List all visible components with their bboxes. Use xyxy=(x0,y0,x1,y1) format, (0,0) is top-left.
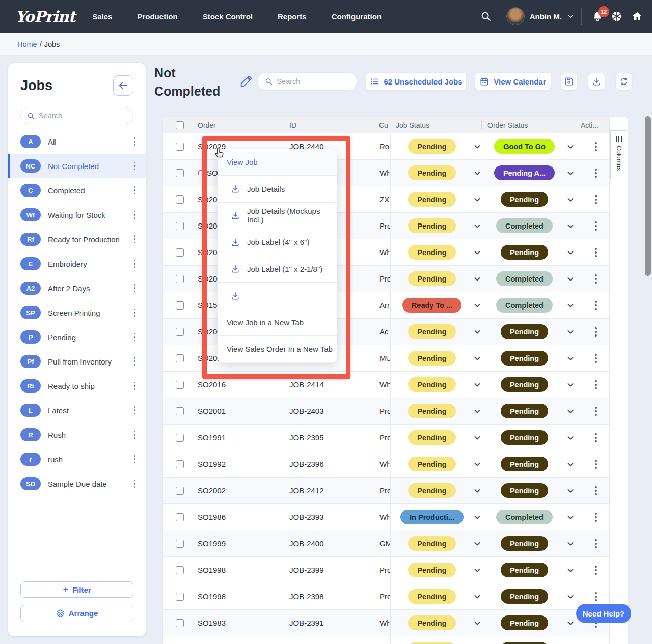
kebab-menu-icon[interactable] xyxy=(134,309,136,317)
chevron-down-icon[interactable] xyxy=(566,248,575,257)
arrange-button[interactable]: Arrange xyxy=(20,605,133,621)
column-header-customer[interactable]: Cu xyxy=(375,117,391,133)
chevron-down-icon[interactable] xyxy=(473,566,481,574)
job-status-pill[interactable]: Pending xyxy=(408,245,455,260)
sidebar-item-all[interactable]: A All xyxy=(8,129,146,154)
row-checkbox[interactable] xyxy=(176,434,184,442)
aperture-icon[interactable] xyxy=(611,11,622,22)
context-menu-item[interactable]: Job Label (4" x 6") xyxy=(218,229,337,256)
chevron-down-icon[interactable] xyxy=(566,593,575,601)
kebab-menu-icon[interactable] xyxy=(134,382,136,390)
sidebar-item-waiting-for-stock[interactable]: Wf Waiting for Stock xyxy=(8,203,146,227)
kebab-menu-icon[interactable] xyxy=(134,235,136,244)
chevron-down-icon[interactable] xyxy=(473,434,481,442)
order-status-pill[interactable]: Pending xyxy=(501,377,548,392)
job-status-pill[interactable]: Pending xyxy=(408,377,455,392)
row-checkbox[interactable] xyxy=(176,460,184,468)
row-checkbox[interactable] xyxy=(176,381,184,389)
table-row[interactable]: SO1992 JOB-2396 Wh Pending Pending xyxy=(163,451,609,478)
chevron-down-icon[interactable] xyxy=(566,487,575,495)
column-header-order-status[interactable]: Order Status xyxy=(481,117,575,133)
brand-logo[interactable]: YoPrint xyxy=(15,8,75,25)
order-status-pill[interactable]: Pending xyxy=(501,642,548,644)
sidebar-item-pending[interactable]: P Pending xyxy=(8,325,146,349)
order-status-pill[interactable]: Pending xyxy=(501,536,548,551)
row-checkbox[interactable] xyxy=(176,487,184,495)
row-checkbox[interactable] xyxy=(176,354,184,362)
chevron-down-icon[interactable] xyxy=(566,513,575,521)
sidebar-item-ready-for-production[interactable]: Rf Ready for Production xyxy=(8,227,146,251)
chevron-down-icon[interactable] xyxy=(566,381,575,389)
row-checkbox[interactable] xyxy=(176,195,184,204)
filter-button[interactable]: +Filter xyxy=(20,581,133,598)
order-status-pill[interactable]: Completed xyxy=(496,510,553,524)
chevron-down-icon[interactable] xyxy=(566,275,575,283)
home-icon[interactable] xyxy=(632,11,643,22)
row-checkbox[interactable] xyxy=(176,275,184,283)
row-checkbox[interactable] xyxy=(176,301,184,310)
sidebar-item-screen-printing[interactable]: SP Screen Printing xyxy=(8,300,146,325)
chevron-down-icon[interactable] xyxy=(566,143,575,151)
row-actions-icon[interactable] xyxy=(595,301,597,310)
chevron-down-icon[interactable] xyxy=(473,222,481,230)
export-button[interactable] xyxy=(588,73,605,90)
row-checkbox[interactable] xyxy=(176,540,184,548)
sidebar-item-not-completed[interactable]: NC Not Completed xyxy=(8,154,146,178)
row-actions-icon[interactable] xyxy=(595,248,597,257)
job-status-pill[interactable]: Pending xyxy=(408,351,455,366)
order-status-pill[interactable]: Completed xyxy=(496,298,553,313)
row-actions-icon[interactable] xyxy=(595,380,597,389)
table-row[interactable]: SO2001 JOB-2403 Pro Pending Pending xyxy=(163,398,609,425)
columns-tab[interactable]: Columns xyxy=(610,130,627,179)
chevron-down-icon[interactable] xyxy=(473,169,481,177)
kebab-menu-icon[interactable] xyxy=(134,406,136,415)
row-actions-icon[interactable] xyxy=(595,460,597,469)
order-status-pill[interactable]: Pending xyxy=(501,615,548,630)
job-status-pill[interactable]: Pending xyxy=(408,192,455,207)
notifications-button[interactable]: 12 xyxy=(592,11,603,22)
user-menu[interactable]: Anbin M. xyxy=(506,7,574,25)
chevron-down-icon[interactable] xyxy=(566,169,575,177)
save-view-button[interactable] xyxy=(560,73,578,90)
unscheduled-jobs-button[interactable]: 62 Unscheduled Jobs xyxy=(366,72,467,91)
chevron-down-icon[interactable] xyxy=(473,407,481,415)
kebab-menu-icon[interactable] xyxy=(134,162,136,171)
row-actions-icon[interactable] xyxy=(595,592,597,601)
chevron-down-icon[interactable] xyxy=(473,143,481,151)
chevron-down-icon[interactable] xyxy=(566,566,575,574)
row-actions-icon[interactable] xyxy=(595,169,597,178)
job-status-pill[interactable]: Pending xyxy=(408,536,455,551)
table-search-input[interactable] xyxy=(277,77,349,86)
column-header-id[interactable]: ID xyxy=(284,117,375,133)
kebab-menu-icon[interactable] xyxy=(134,480,136,488)
row-checkbox[interactable] xyxy=(176,513,184,521)
row-actions-icon[interactable] xyxy=(595,566,597,575)
kebab-menu-icon[interactable] xyxy=(134,284,136,293)
sidebar-search-input[interactable] xyxy=(39,111,127,120)
job-status-pill[interactable]: Pending xyxy=(408,642,455,644)
sidebar-item-embroidery[interactable]: E Embroidery xyxy=(8,251,146,276)
sidebar-search[interactable] xyxy=(20,107,133,124)
kebab-menu-icon[interactable] xyxy=(134,357,136,366)
order-status-pill[interactable]: Pending xyxy=(501,563,548,577)
order-status-pill[interactable]: Pending A... xyxy=(494,165,555,180)
order-status-pill[interactable]: Pending xyxy=(501,483,548,498)
order-status-pill[interactable]: Pending xyxy=(501,430,548,445)
job-status-pill[interactable]: In Producti... xyxy=(400,510,464,524)
row-actions-icon[interactable] xyxy=(595,274,597,284)
chevron-down-icon[interactable] xyxy=(566,407,575,415)
job-status-pill[interactable]: Pending xyxy=(408,589,455,604)
chevron-down-icon[interactable] xyxy=(473,593,481,601)
row-actions-icon[interactable] xyxy=(595,407,597,416)
row-checkbox[interactable] xyxy=(176,143,184,151)
order-status-pill[interactable]: Good To Go xyxy=(494,139,555,154)
table-row[interactable]: SO2016 JOB-2414 Wh Pending Pending xyxy=(163,372,609,398)
chevron-down-icon[interactable] xyxy=(566,540,575,548)
order-status-pill[interactable]: Pending xyxy=(501,404,548,418)
job-status-pill[interactable]: Pending xyxy=(408,165,455,180)
table-row[interactable]: SO1993 JOB-2397 Arr Pending Pending xyxy=(163,636,609,644)
chevron-down-icon[interactable] xyxy=(473,275,481,283)
row-actions-icon[interactable] xyxy=(595,221,597,231)
chevron-down-icon[interactable] xyxy=(473,460,481,468)
chevron-down-icon[interactable] xyxy=(566,434,575,442)
